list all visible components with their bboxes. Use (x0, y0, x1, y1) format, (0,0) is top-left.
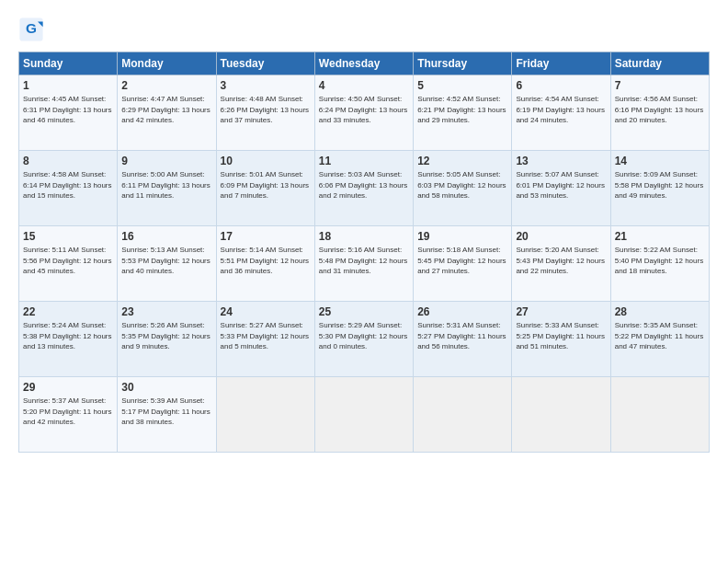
table-row: 1Sunrise: 4:45 AM Sunset: 6:31 PM Daylig… (19, 75, 118, 151)
table-row: 22Sunrise: 5:24 AM Sunset: 5:38 PM Dayli… (19, 302, 118, 377)
table-row: 3Sunrise: 4:48 AM Sunset: 6:26 PM Daylig… (216, 75, 314, 151)
table-row (610, 377, 709, 453)
table-row (512, 377, 610, 453)
header: G (18, 17, 710, 42)
table-row: 12Sunrise: 5:05 AM Sunset: 6:03 PM Dayli… (414, 151, 512, 226)
table-row (216, 377, 314, 453)
header-row: Sunday Monday Tuesday Wednesday Thursday… (19, 52, 710, 75)
table-row: 5Sunrise: 4:52 AM Sunset: 6:21 PM Daylig… (414, 75, 512, 151)
logo: G (18, 17, 48, 42)
svg-text:G: G (26, 20, 37, 36)
table-row: 7Sunrise: 4:56 AM Sunset: 6:16 PM Daylig… (610, 75, 709, 151)
table-row: 27Sunrise: 5:33 AM Sunset: 5:25 PM Dayli… (512, 302, 610, 377)
col-saturday: Saturday (610, 52, 709, 75)
table-row: 19Sunrise: 5:18 AM Sunset: 5:45 PM Dayli… (414, 226, 512, 302)
table-row: 24Sunrise: 5:27 AM Sunset: 5:33 PM Dayli… (216, 302, 314, 377)
table-row: 14Sunrise: 5:09 AM Sunset: 5:58 PM Dayli… (610, 151, 709, 226)
table-row: 15Sunrise: 5:11 AM Sunset: 5:56 PM Dayli… (19, 226, 118, 302)
table-row: 9Sunrise: 5:00 AM Sunset: 6:11 PM Daylig… (118, 151, 216, 226)
table-row: 26Sunrise: 5:31 AM Sunset: 5:27 PM Dayli… (414, 302, 512, 377)
table-row: 21Sunrise: 5:22 AM Sunset: 5:40 PM Dayli… (610, 226, 709, 302)
table-row: 29Sunrise: 5:37 AM Sunset: 5:20 PM Dayli… (19, 377, 118, 453)
table-row: 16Sunrise: 5:13 AM Sunset: 5:53 PM Dayli… (118, 226, 216, 302)
table-row: 4Sunrise: 4:50 AM Sunset: 6:24 PM Daylig… (314, 75, 413, 151)
table-row: 30Sunrise: 5:39 AM Sunset: 5:17 PM Dayli… (118, 377, 216, 453)
table-row (414, 377, 512, 453)
calendar-table: Sunday Monday Tuesday Wednesday Thursday… (18, 52, 710, 453)
table-row: 11Sunrise: 5:03 AM Sunset: 6:06 PM Dayli… (314, 151, 413, 226)
logo-icon: G (18, 17, 44, 42)
table-row: 8Sunrise: 4:58 AM Sunset: 6:14 PM Daylig… (19, 151, 118, 226)
table-row: 10Sunrise: 5:01 AM Sunset: 6:09 PM Dayli… (216, 151, 314, 226)
table-row (314, 377, 413, 453)
table-row: 17Sunrise: 5:14 AM Sunset: 5:51 PM Dayli… (216, 226, 314, 302)
table-row: 28Sunrise: 5:35 AM Sunset: 5:22 PM Dayli… (610, 302, 709, 377)
col-wednesday: Wednesday (314, 52, 413, 75)
col-friday: Friday (512, 52, 610, 75)
table-row: 6Sunrise: 4:54 AM Sunset: 6:19 PM Daylig… (512, 75, 610, 151)
col-thursday: Thursday (414, 52, 512, 75)
col-tuesday: Tuesday (216, 52, 314, 75)
col-monday: Monday (118, 52, 216, 75)
table-row: 23Sunrise: 5:26 AM Sunset: 5:35 PM Dayli… (118, 302, 216, 377)
page: G Sunday Monday Tuesday Wednesday Thursd… (0, 0, 728, 462)
table-row: 20Sunrise: 5:20 AM Sunset: 5:43 PM Dayli… (512, 226, 610, 302)
col-sunday: Sunday (19, 52, 118, 75)
table-row: 13Sunrise: 5:07 AM Sunset: 6:01 PM Dayli… (512, 151, 610, 226)
table-row: 18Sunrise: 5:16 AM Sunset: 5:48 PM Dayli… (314, 226, 413, 302)
table-row: 25Sunrise: 5:29 AM Sunset: 5:30 PM Dayli… (314, 302, 413, 377)
table-row: 2Sunrise: 4:47 AM Sunset: 6:29 PM Daylig… (118, 75, 216, 151)
